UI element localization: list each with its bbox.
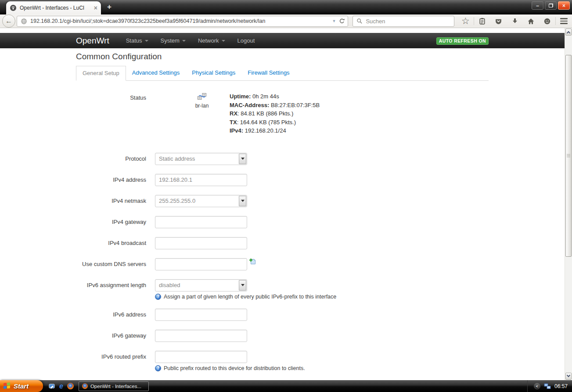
menu-label: Network (198, 37, 219, 44)
scrollbar-thumb[interactable] (565, 55, 572, 257)
ipv6-assignment-length-select[interactable]: disabled (155, 279, 247, 291)
window-minimize-button[interactable]: – (532, 1, 543, 10)
form-row-ipv6-address: IPv6 address (76, 309, 489, 321)
help-icon: ? (155, 365, 161, 371)
network-tray-icon[interactable] (544, 383, 551, 389)
tab-title: OpenWrt - Interfaces - LuCI (20, 5, 91, 11)
chevron-down-icon (145, 40, 148, 42)
form-field (155, 237, 247, 249)
firefox-icon (82, 383, 88, 389)
menu-logout[interactable]: Logout (231, 37, 261, 44)
start-button[interactable]: Start (0, 380, 43, 392)
tab-advanced-settings[interactable]: Advanced Settings (126, 66, 186, 81)
interface-box: br-lan (178, 92, 226, 135)
restore-icon (549, 4, 553, 7)
taskbar-task-button[interactable]: OpenWrt - Interfaces... (79, 381, 149, 391)
pocket-icon[interactable] (490, 14, 507, 28)
use-custom-dns-servers-input[interactable] (155, 258, 247, 270)
status-line: IPv4: 192.168.20.1/24 (230, 126, 320, 135)
back-button[interactable]: ← (2, 14, 15, 28)
tab-physical-settings[interactable]: Physical Settings (186, 66, 241, 81)
form-rows: ProtocolStatic addressIPv4 addressIPv4 n… (76, 153, 489, 371)
quick-launch: e (49, 383, 74, 390)
auto-refresh-badge: AUTO REFRESH ON (436, 37, 489, 45)
help-row: ?Assign a part of given length of every … (155, 294, 336, 300)
firefox-icon[interactable] (67, 383, 74, 389)
globe-icon (21, 18, 27, 25)
show-desktop-icon[interactable] (49, 383, 55, 389)
form-row-ipv4-broadcast: IPv4 broadcast (76, 237, 489, 249)
ipv6-address-input[interactable] (155, 309, 247, 321)
status-row: Status br-lan Uptime: 0h 2m 44sMAC-Addre… (76, 92, 489, 135)
configuration-form: Status br-lan Uptime: 0h 2m 44sMAC-Addre… (76, 92, 489, 371)
browser-titlebar: OpenWrt - Interfaces - LuCI × + – × (0, 0, 572, 14)
select-value: 255.255.255.0 (159, 195, 195, 207)
ipv4-broadcast-input[interactable] (155, 237, 247, 249)
hello-chat-icon[interactable] (539, 14, 555, 28)
luci-navbar: OpenWrt StatusSystemNetwork Logout AUTO … (0, 33, 565, 48)
browser-tab[interactable]: OpenWrt - Interfaces - LuCI × (6, 1, 101, 14)
help-row: ?Public prefix routed to this device for… (155, 365, 305, 371)
form-field: Static address (155, 153, 247, 165)
chevron-down-icon[interactable] (239, 154, 246, 164)
url-history-dropdown-icon[interactable]: ▼ (332, 19, 336, 23)
search-icon (356, 18, 363, 24)
vertical-scrollbar[interactable] (565, 28, 572, 380)
form-field: 255.255.255.0 (155, 195, 247, 207)
form-row-use-custom-dns-servers: Use custom DNS servers (76, 258, 489, 270)
form-field (155, 309, 247, 321)
reload-icon[interactable] (339, 18, 345, 24)
protocol-select[interactable]: Static address (155, 153, 247, 165)
window-restore-button[interactable] (545, 1, 557, 10)
tab-general-setup[interactable]: General Setup (76, 66, 126, 81)
home-icon[interactable] (523, 14, 539, 28)
internet-explorer-icon[interactable]: e (59, 383, 63, 390)
form-row-ipv4-address: IPv4 address (76, 174, 489, 186)
chevron-down-icon[interactable] (239, 196, 246, 206)
ipv4-gateway-input[interactable] (155, 216, 247, 228)
ipv6-routed-prefix-label: IPv6 routed prefix (76, 351, 155, 371)
tab-close-icon[interactable]: × (94, 5, 97, 11)
chevron-down-icon (567, 374, 570, 377)
form-field (155, 258, 247, 270)
form-row-ipv4-netmask: IPv4 netmask255.255.255.0 (76, 195, 489, 207)
search-input[interactable]: Suchen (353, 16, 454, 27)
tab-firewall-settings[interactable]: Firewall Settings (241, 66, 295, 81)
form-field (155, 330, 247, 342)
luci-menu: StatusSystemNetwork (120, 37, 231, 44)
menu-network[interactable]: Network (192, 37, 231, 44)
bridge-interface-icon (197, 93, 207, 100)
bookmark-star-icon[interactable]: ☆ (457, 14, 474, 27)
window-close-button[interactable]: × (558, 1, 570, 10)
url-bar[interactable]: 192.168.20.1/cgi-bin/luci/;stok=dcae3970… (17, 16, 348, 27)
ipv6-gateway-input[interactable] (155, 330, 247, 342)
ipv4-netmask-select[interactable]: 255.255.255.0 (155, 195, 247, 207)
tray-collapse-icon[interactable]: < (534, 383, 540, 389)
menu-status[interactable]: Status (120, 37, 155, 44)
download-icon[interactable] (507, 14, 523, 28)
form-row-ipv6-assignment-length: IPv6 assignment lengthdisabled?Assign a … (76, 279, 489, 300)
new-tab-button[interactable]: + (107, 3, 112, 11)
windows-logo-icon (4, 382, 11, 390)
menu-system[interactable]: System (155, 37, 192, 44)
chevron-down-icon[interactable] (239, 280, 246, 291)
menu-hamburger-icon[interactable] (556, 14, 572, 28)
page-viewport: OpenWrt StatusSystemNetwork Logout AUTO … (0, 28, 565, 380)
add-dns-entry-icon[interactable] (249, 258, 257, 266)
openwrt-brand[interactable]: OpenWrt (76, 36, 109, 46)
use-custom-dns-servers-label: Use custom DNS servers (76, 258, 155, 270)
scroll-up-button[interactable] (565, 29, 572, 36)
status-line: MAC-Address: B8:27:EB:07:3F:5B (230, 101, 320, 110)
ipv6-routed-prefix-input[interactable] (155, 351, 247, 363)
chevron-down-icon (182, 40, 186, 42)
scroll-down-button[interactable] (565, 373, 572, 380)
browser-toolbar: ← 192.168.20.1/cgi-bin/luci/;stok=dcae39… (0, 14, 572, 28)
chevron-down-icon (222, 40, 225, 42)
ipv6-assignment-length-label: IPv6 assignment length (76, 279, 155, 300)
interface-name: br-lan (178, 103, 226, 109)
status-lines: Uptime: 0h 2m 44sMAC-Address: B8:27:EB:0… (230, 92, 320, 135)
ipv4-broadcast-label: IPv4 broadcast (76, 237, 155, 249)
ipv4-address-input[interactable] (155, 174, 247, 186)
reading-list-icon[interactable] (474, 14, 490, 28)
menu-label: System (161, 37, 180, 44)
